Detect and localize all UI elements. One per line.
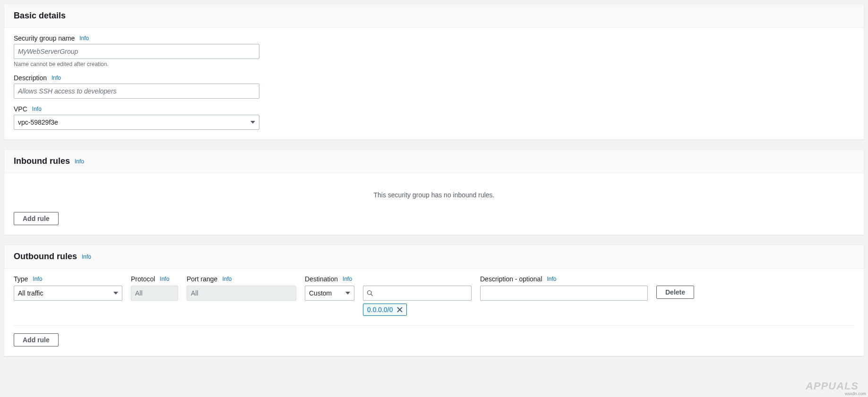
sg-name-group: Security group name Info Name cannot be … <box>14 34 854 68</box>
search-icon <box>367 290 373 296</box>
outbound-add-rule-button[interactable]: Add rule <box>14 333 59 346</box>
basic-details-title: Basic details <box>14 11 66 21</box>
col-type-info-link[interactable]: Info <box>33 276 42 282</box>
basic-details-header: Basic details <box>4 4 864 28</box>
inbound-rules-title: Inbound rules <box>14 156 70 166</box>
close-icon[interactable] <box>397 307 403 313</box>
col-description-label: Description - optional <box>480 275 542 283</box>
col-port-label: Port range <box>187 275 217 283</box>
rule-port-input <box>187 286 296 301</box>
vpc-info-link[interactable]: Info <box>32 106 42 112</box>
outbound-rules-panel: Outbound rules Info Type Info Protocol I… <box>4 245 864 356</box>
caret-down-icon <box>345 289 350 297</box>
sg-name-hint: Name cannot be edited after creation. <box>14 61 854 68</box>
caret-down-icon <box>250 118 255 126</box>
inbound-rules-panel: Inbound rules Info This security group h… <box>4 149 864 235</box>
sg-desc-input[interactable] <box>14 84 259 99</box>
rule-destination-tag-text: 0.0.0.0/0 <box>367 306 393 313</box>
rule-type-value: All traffic <box>18 289 43 297</box>
outbound-rules-body: Type Info Protocol Info Port range Info … <box>4 269 864 356</box>
sg-name-input[interactable] <box>14 44 259 59</box>
rule-destination-search-input[interactable] <box>363 286 472 301</box>
col-destination-info-link[interactable]: Info <box>343 276 352 282</box>
sg-desc-group: Description Info <box>14 74 854 99</box>
sg-desc-label: Description <box>14 74 47 82</box>
vpc-label: VPC <box>14 105 27 113</box>
inbound-rules-header: Inbound rules Info <box>4 150 864 173</box>
vpc-group: VPC Info vpc-59829f3e <box>14 105 854 130</box>
col-port-info-link[interactable]: Info <box>222 276 232 282</box>
outbound-footer: Add rule <box>14 325 854 346</box>
outbound-rule-row: All traffic Custom <box>14 286 854 316</box>
inbound-add-rule-button[interactable]: Add rule <box>14 212 59 225</box>
col-type-label: Type <box>14 275 28 283</box>
outbound-columns-row: Type Info Protocol Info Port range Info … <box>14 275 854 286</box>
sg-desc-info-link[interactable]: Info <box>52 75 61 81</box>
rule-destination-mode-value: Custom <box>309 289 332 297</box>
rule-type-select[interactable]: All traffic <box>14 286 122 301</box>
outbound-rules-header: Outbound rules Info <box>4 245 864 269</box>
outbound-info-link[interactable]: Info <box>82 253 91 260</box>
basic-details-panel: Basic details Security group name Info N… <box>4 4 864 140</box>
vpc-selected-value: vpc-59829f3e <box>18 118 58 126</box>
col-protocol-label: Protocol <box>131 275 155 283</box>
rule-description-input[interactable] <box>480 286 648 301</box>
inbound-empty-message: This security group has no inbound rules… <box>14 180 854 212</box>
rule-protocol-input <box>131 286 178 301</box>
rule-destination-mode-select[interactable]: Custom <box>305 286 354 301</box>
vpc-select[interactable]: vpc-59829f3e <box>14 115 259 130</box>
inbound-rules-body: This security group has no inbound rules… <box>4 173 864 235</box>
rule-destination-tag[interactable]: 0.0.0.0/0 <box>363 304 407 316</box>
rule-delete-button[interactable]: Delete <box>656 286 694 299</box>
basic-details-body: Security group name Info Name cannot be … <box>4 28 864 139</box>
caret-down-icon <box>113 289 118 297</box>
col-description-info-link[interactable]: Info <box>547 276 557 282</box>
sg-name-label: Security group name <box>14 34 75 42</box>
col-destination-label: Destination <box>305 275 338 283</box>
col-protocol-info-link[interactable]: Info <box>160 276 169 282</box>
sg-name-info-link[interactable]: Info <box>79 35 89 42</box>
inbound-info-link[interactable]: Info <box>75 158 84 165</box>
outbound-rules-title: Outbound rules <box>14 252 77 262</box>
